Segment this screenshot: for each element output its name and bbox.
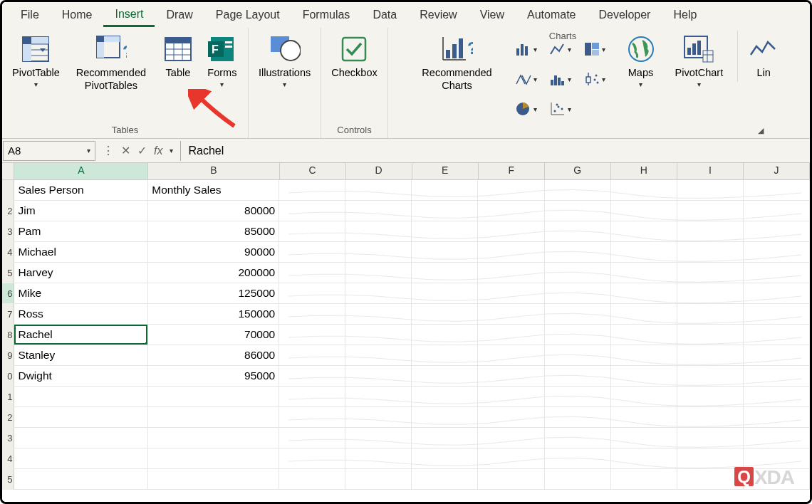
cell[interactable] bbox=[478, 469, 544, 490]
cell[interactable] bbox=[478, 283, 544, 304]
cell[interactable] bbox=[677, 180, 744, 201]
tab-data[interactable]: Data bbox=[361, 4, 408, 26]
cell[interactable] bbox=[279, 448, 345, 469]
cell[interactable] bbox=[545, 201, 611, 221]
cell[interactable] bbox=[677, 283, 744, 304]
cell[interactable] bbox=[677, 428, 744, 448]
cell[interactable] bbox=[412, 263, 478, 283]
cell-B7[interactable]: 150000 bbox=[148, 304, 279, 325]
maps-button[interactable]: Maps ▾ bbox=[621, 31, 661, 93]
cell[interactable] bbox=[478, 263, 544, 283]
cell[interactable] bbox=[478, 448, 544, 469]
row-header[interactable]: 2 bbox=[2, 201, 14, 221]
cell[interactable] bbox=[412, 304, 478, 325]
cell[interactable] bbox=[677, 201, 744, 221]
cell[interactable] bbox=[148, 428, 279, 448]
cell[interactable] bbox=[279, 263, 345, 283]
cell[interactable] bbox=[478, 345, 544, 366]
cell[interactable] bbox=[545, 345, 611, 366]
cell[interactable] bbox=[279, 469, 345, 490]
cell[interactable] bbox=[345, 263, 412, 283]
cell[interactable] bbox=[611, 469, 677, 490]
cell[interactable] bbox=[677, 221, 744, 242]
col-header-E[interactable]: E bbox=[412, 163, 479, 179]
cell[interactable] bbox=[412, 283, 478, 304]
combo-chart-button[interactable] bbox=[578, 95, 611, 123]
cell[interactable] bbox=[478, 221, 544, 242]
cell[interactable] bbox=[345, 201, 412, 221]
forms-button[interactable]: F Forms ▾ bbox=[202, 31, 242, 93]
recommended-charts-button[interactable]: ? Recommended Charts bbox=[415, 31, 500, 95]
cancel-icon[interactable]: ✕ bbox=[121, 144, 130, 157]
cell-B4[interactable]: 90000 bbox=[148, 242, 279, 263]
cell[interactable] bbox=[412, 366, 478, 387]
cell-B9[interactable]: 86000 bbox=[148, 345, 279, 366]
cell-B3[interactable]: 85000 bbox=[148, 221, 279, 242]
cell-A9[interactable]: Stanley bbox=[14, 345, 148, 366]
formula-input[interactable]: Rachel bbox=[180, 141, 810, 161]
cell[interactable] bbox=[279, 325, 345, 345]
cell[interactable] bbox=[345, 283, 412, 304]
cell[interactable] bbox=[345, 448, 412, 469]
cell[interactable] bbox=[148, 469, 279, 490]
cell[interactable] bbox=[412, 428, 478, 448]
cell[interactable] bbox=[677, 469, 744, 490]
cell[interactable] bbox=[545, 180, 611, 201]
cell[interactable] bbox=[545, 469, 611, 490]
cell[interactable] bbox=[345, 242, 412, 263]
col-header-J[interactable]: J bbox=[744, 163, 810, 179]
cell-B8[interactable]: 70000 bbox=[148, 325, 279, 345]
cell[interactable] bbox=[744, 283, 810, 304]
row-header[interactable] bbox=[2, 180, 14, 201]
cell-A4[interactable]: Michael bbox=[14, 242, 148, 263]
cell-A3[interactable]: Pam bbox=[14, 221, 148, 242]
cell[interactable] bbox=[478, 366, 544, 387]
row-header[interactable]: 2 bbox=[2, 407, 14, 428]
cell[interactable] bbox=[677, 345, 744, 366]
cell[interactable] bbox=[412, 469, 478, 490]
row-header[interactable]: 0 bbox=[2, 366, 14, 387]
row-header[interactable]: 7 bbox=[2, 304, 14, 325]
cell[interactable] bbox=[744, 180, 810, 201]
cell[interactable] bbox=[345, 180, 412, 201]
cell[interactable] bbox=[14, 428, 148, 448]
cell-A10[interactable]: Dwight bbox=[14, 366, 148, 387]
cell-A1[interactable]: Sales Person bbox=[14, 180, 148, 201]
row-header[interactable]: 5 bbox=[2, 263, 14, 283]
cell[interactable] bbox=[345, 469, 412, 490]
cell[interactable] bbox=[148, 387, 279, 407]
cell-B2[interactable]: 80000 bbox=[148, 201, 279, 221]
cell[interactable] bbox=[279, 428, 345, 448]
cell[interactable] bbox=[412, 221, 478, 242]
cell[interactable] bbox=[412, 180, 478, 201]
cell-B10[interactable]: 95000 bbox=[148, 366, 279, 387]
cell[interactable] bbox=[279, 387, 345, 407]
cell[interactable] bbox=[279, 221, 345, 242]
tab-draw[interactable]: Draw bbox=[155, 4, 204, 26]
cell[interactable] bbox=[545, 387, 611, 407]
cell[interactable] bbox=[478, 180, 544, 201]
cell[interactable] bbox=[279, 180, 345, 201]
cell-A7[interactable]: Ross bbox=[14, 304, 148, 325]
cell[interactable] bbox=[744, 201, 810, 221]
row-header[interactable]: 6 bbox=[2, 283, 14, 304]
fx-icon[interactable]: fx bbox=[154, 145, 162, 157]
checkbox-button[interactable]: Checkbox bbox=[327, 31, 381, 82]
cell[interactable] bbox=[545, 366, 611, 387]
cell[interactable] bbox=[611, 180, 677, 201]
cell[interactable] bbox=[677, 263, 744, 283]
cell[interactable] bbox=[478, 201, 544, 221]
tab-insert[interactable]: Insert bbox=[103, 4, 155, 27]
cell[interactable] bbox=[412, 448, 478, 469]
cell-A5[interactable]: Harvey bbox=[14, 263, 148, 283]
cell-B1[interactable]: Monthly Sales bbox=[148, 180, 279, 201]
row-header[interactable]: 8 bbox=[2, 325, 14, 345]
boxwhisker-chart-button[interactable]: ▾ bbox=[578, 65, 611, 93]
cell[interactable] bbox=[744, 221, 810, 242]
cell[interactable] bbox=[345, 366, 412, 387]
cell[interactable] bbox=[148, 407, 279, 428]
cell[interactable] bbox=[545, 242, 611, 263]
cell[interactable] bbox=[611, 201, 677, 221]
cell-B5[interactable]: 200000 bbox=[148, 263, 279, 283]
cell[interactable] bbox=[611, 304, 677, 325]
